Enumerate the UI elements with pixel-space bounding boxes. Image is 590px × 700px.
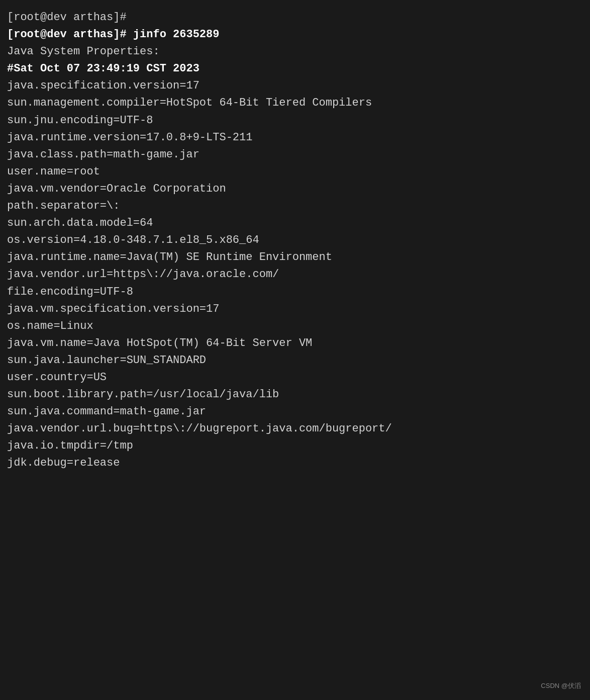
terminal-line: jdk.debug=release	[7, 455, 580, 472]
terminal-line: sun.java.command=math-game.jar	[7, 403, 580, 420]
terminal-line: java.vendor.url=https\://java.oracle.com…	[7, 266, 580, 283]
terminal-line: sun.management.compiler=HotSpot 64-Bit T…	[7, 95, 580, 112]
terminal-line: sun.jnu.encoding=UTF-8	[7, 112, 580, 129]
terminal-line: sun.java.launcher=SUN_STANDARD	[7, 352, 580, 369]
terminal-line: user.country=US	[7, 369, 580, 386]
terminal-line: sun.arch.data.model=64	[7, 215, 580, 232]
terminal-line: os.name=Linux	[7, 318, 580, 335]
watermark-label: CSDN @伏滔	[541, 681, 581, 691]
terminal-line: java.vm.specification.version=17	[7, 301, 580, 318]
terminal-line: sun.boot.library.path=/usr/local/java/li…	[7, 386, 580, 403]
terminal-line: java.specification.version=17	[7, 77, 580, 95]
terminal-line: java.io.tmpdir=/tmp	[7, 438, 580, 455]
terminal-line: #Sat Oct 07 23:49:19 CST 2023	[7, 60, 580, 77]
terminal-line: java.vm.name=Java HotSpot(TM) 64-Bit Ser…	[7, 335, 580, 352]
terminal-line: java.runtime.name=Java(TM) SE Runtime En…	[7, 249, 580, 266]
terminal-line: file.encoding=UTF-8	[7, 284, 580, 301]
terminal-line: java.runtime.version=17.0.8+9-LTS-211	[7, 129, 580, 146]
terminal-line: java.vm.vendor=Oracle Corporation	[7, 181, 580, 198]
terminal-line: java.class.path=math-game.jar	[7, 146, 580, 163]
terminal-line: java.vendor.url.bug=https\://bugreport.j…	[7, 420, 580, 438]
terminal-output: [root@dev arthas]#[root@dev arthas]# jin…	[7, 9, 580, 472]
terminal-line: Java System Properties:	[7, 43, 580, 60]
terminal-line: [root@dev arthas]# jinfo 2635289	[7, 26, 580, 43]
terminal-line: os.version=4.18.0-348.7.1.el8_5.x86_64	[7, 232, 580, 249]
terminal-line: path.separator=\:	[7, 198, 580, 215]
terminal-line: [root@dev arthas]#	[7, 9, 580, 26]
terminal-line: user.name=root	[7, 163, 580, 181]
